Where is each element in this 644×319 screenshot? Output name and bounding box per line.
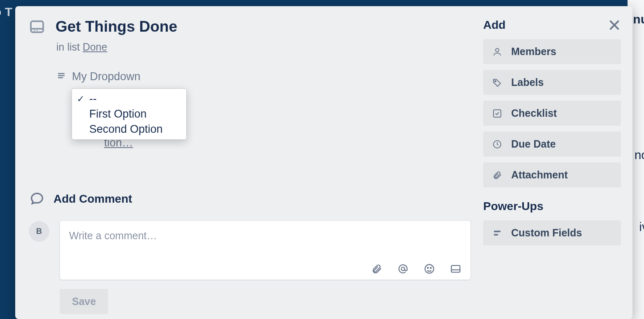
- dropdown-option-first[interactable]: First Option: [72, 106, 186, 122]
- svg-point-9: [427, 267, 428, 268]
- sidebar-column: Add Members Labels Checklist Due Date At…: [483, 18, 621, 319]
- comment-tools: [371, 263, 461, 275]
- fields-icon: [492, 228, 502, 238]
- svg-point-13: [496, 49, 499, 52]
- svg-rect-15: [493, 110, 501, 117]
- attachment-button[interactable]: Attachment: [483, 162, 621, 187]
- custom-fields-button[interactable]: Custom Fields: [483, 220, 621, 245]
- option-label: First Option: [89, 108, 147, 120]
- tag-icon: [492, 78, 502, 88]
- option-label: --: [89, 92, 97, 105]
- checklist-button[interactable]: Checklist: [483, 101, 621, 126]
- dropdown-option-none[interactable]: ✓ --: [72, 91, 186, 106]
- card-title[interactable]: Get Things Done: [56, 18, 177, 35]
- list-link[interactable]: Done: [83, 41, 107, 53]
- svg-rect-17: [494, 231, 500, 232]
- close-button[interactable]: [608, 18, 621, 33]
- svg-rect-11: [452, 266, 460, 272]
- dropdown-option-second[interactable]: Second Option: [72, 122, 186, 137]
- card-modal: Get Things Done in list Done My Dropdown…: [15, 6, 632, 319]
- attachment-label: Attachment: [511, 169, 568, 181]
- option-label: Second Option: [89, 123, 163, 136]
- list-icon: [56, 71, 66, 82]
- user-icon: [492, 47, 502, 57]
- in-list-text: in list Done: [56, 41, 471, 53]
- card-icon[interactable]: [450, 263, 461, 275]
- background-text: o T: [0, 5, 12, 19]
- labels-button[interactable]: Labels: [483, 70, 621, 95]
- emoji-icon[interactable]: [424, 263, 435, 275]
- comment-row: B: [29, 220, 471, 280]
- custom-field-row: My Dropdown: [56, 70, 471, 83]
- svg-point-14: [495, 81, 496, 82]
- svg-point-3: [37, 30, 38, 31]
- background-text: nu: [633, 12, 644, 26]
- card-title-row: Get Things Done: [29, 18, 471, 35]
- in-list-prefix: in list: [56, 41, 83, 53]
- duedate-label: Due Date: [511, 138, 556, 150]
- attachment-icon: [492, 170, 502, 180]
- dropdown-menu[interactable]: ✓ -- First Option Second Option: [72, 88, 187, 140]
- members-label: Members: [511, 46, 556, 58]
- custom-field-label: My Dropdown: [72, 70, 141, 83]
- card-icon: [29, 18, 45, 35]
- add-heading: Add: [483, 18, 621, 32]
- checklist-label: Checklist: [511, 107, 557, 119]
- powerups-heading: Power-Ups: [483, 200, 621, 213]
- svg-point-7: [401, 267, 405, 270]
- mention-icon[interactable]: [397, 263, 409, 275]
- add-comment-heading: Add Comment: [53, 192, 132, 206]
- check-icon: ✓: [76, 94, 85, 104]
- duedate-button[interactable]: Due Date: [483, 132, 621, 157]
- comment-icon: [29, 190, 45, 208]
- svg-point-8: [425, 264, 434, 273]
- main-column: Get Things Done in list Done My Dropdown…: [27, 18, 471, 319]
- background-text: iv: [639, 220, 644, 234]
- checklist-icon: [492, 109, 502, 118]
- avatar[interactable]: B: [29, 221, 49, 242]
- clock-icon: [492, 139, 502, 149]
- comment-input[interactable]: [69, 230, 461, 242]
- close-icon: [608, 18, 621, 32]
- svg-point-2: [34, 30, 35, 31]
- save-comment-button[interactable]: Save: [60, 289, 108, 314]
- labels-label: Labels: [511, 76, 544, 88]
- attachment-icon[interactable]: [371, 263, 382, 275]
- add-comment-header: Add Comment: [29, 190, 471, 208]
- members-button[interactable]: Members: [483, 39, 621, 64]
- background-text: nd: [635, 148, 644, 162]
- svg-rect-18: [494, 234, 498, 236]
- comment-box[interactable]: [60, 220, 471, 280]
- svg-point-10: [430, 267, 431, 268]
- custom-fields-label: Custom Fields: [511, 227, 582, 239]
